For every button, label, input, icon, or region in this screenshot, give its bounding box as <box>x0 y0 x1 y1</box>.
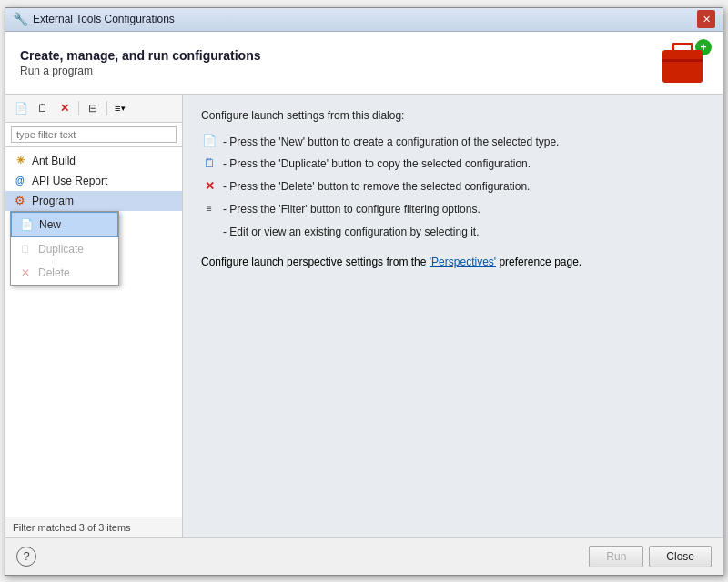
ant-build-label: Ant Build <box>32 155 76 167</box>
tree-item-program[interactable]: ⚙ Program <box>5 191 182 211</box>
config-instructions-list: 📄 - Press the 'New' button to create a c… <box>201 135 704 240</box>
tree-area: ✳ Ant Build @ API Use Report ⚙ Program 📄… <box>5 147 182 517</box>
instruction-edit: - Edit or view an existing configuration… <box>201 225 704 240</box>
filter-icon: ≡ <box>115 103 120 114</box>
perspectives-info: Configure launch perspective settings fr… <box>201 256 704 268</box>
tree-item-ant-build[interactable]: ✳ Ant Build <box>5 151 182 171</box>
header: Create, manage, and run configurations R… <box>5 32 723 95</box>
ant-build-icon: ✳ <box>13 154 27 168</box>
run-button[interactable]: Run <box>589 546 643 567</box>
main-content: 📄 🗒 ✕ ⊟ ≡ ▾ ✳ Ant Build <box>5 95 723 537</box>
filter-instruction-icon: ≡ <box>201 202 217 216</box>
duplicate-instruction-icon: 🗒 <box>201 156 217 171</box>
bottom-bar: ? Run Close <box>5 537 723 575</box>
instruction-delete: ✕ - Press the 'Delete' button to remove … <box>201 179 704 195</box>
close-window-button[interactable]: ✕ <box>697 10 715 28</box>
program-icon: ⚙ <box>13 194 27 208</box>
new-instruction-icon: 📄 <box>201 135 217 149</box>
dropdown-arrow-icon: ▾ <box>121 104 126 113</box>
tree-item-api-use-report[interactable]: @ API Use Report <box>5 171 182 191</box>
header-subtitle: Run a program <box>20 65 261 77</box>
context-menu-new-label: New <box>39 218 61 231</box>
bottom-buttons: Run Close <box>589 546 712 567</box>
new-icon: 📄 <box>19 217 34 232</box>
context-menu-delete: ✕ Delete <box>11 261 118 285</box>
help-button[interactable]: ? <box>16 547 36 567</box>
toolbar-separator-2 <box>106 101 107 115</box>
toolbar-separator-1 <box>78 101 79 115</box>
edit-instruction-icon <box>201 225 217 239</box>
filter-status: Filter matched 3 of 3 items <box>5 517 182 537</box>
context-menu: 📄 New 🗒 Duplicate ✕ Delete <box>10 211 119 286</box>
search-area <box>5 123 182 147</box>
context-menu-new[interactable]: 📄 New <box>11 212 118 237</box>
left-panel: 📄 🗒 ✕ ⊟ ≡ ▾ ✳ Ant Build <box>5 95 183 537</box>
delete-icon: ✕ <box>18 266 33 280</box>
header-icon-area: + <box>662 43 708 83</box>
api-use-report-icon: @ <box>13 174 27 188</box>
instruction-filter: ≡ - Press the 'Filter' button to configu… <box>201 202 704 217</box>
right-panel: Configure launch settings from this dial… <box>183 95 723 537</box>
filter-dropdown-button[interactable]: ≡ ▾ <box>111 100 129 116</box>
program-label: Program <box>32 195 74 207</box>
perspectives-link[interactable]: 'Perspectives' <box>430 256 496 268</box>
window-icon: 🔧 <box>13 12 27 26</box>
header-title: Create, manage, and run configurations <box>20 48 261 63</box>
instruction-delete-text: - Press the 'Delete' button to remove th… <box>223 179 530 195</box>
instruction-edit-text: - Edit or view an existing configuration… <box>223 225 479 240</box>
header-text: Create, manage, and run configurations R… <box>20 48 261 77</box>
context-menu-duplicate: 🗒 Duplicate <box>11 237 118 261</box>
duplicate-config-button[interactable]: 🗒 <box>33 98 53 118</box>
perspectives-suffix-text: preference page. <box>496 256 581 268</box>
config-toolbar: 📄 🗒 ✕ ⊟ ≡ ▾ <box>5 95 182 123</box>
collapse-all-button[interactable]: ⊟ <box>83 98 103 118</box>
context-menu-delete-label: Delete <box>38 266 70 279</box>
delete-instruction-icon: ✕ <box>201 179 217 194</box>
duplicate-icon: 🗒 <box>18 242 33 256</box>
context-menu-duplicate-label: Duplicate <box>38 243 84 256</box>
instruction-new: 📄 - Press the 'New' button to create a c… <box>201 135 704 150</box>
close-button[interactable]: Close <box>649 546 712 567</box>
instruction-filter-text: - Press the 'Filter' button to configure… <box>223 202 480 217</box>
instruction-duplicate-text: - Press the 'Duplicate' button to copy t… <box>223 156 531 172</box>
delete-config-button[interactable]: ✕ <box>55 98 75 118</box>
perspectives-intro-text: Configure launch perspective settings fr… <box>201 256 430 268</box>
main-window: 🔧 External Tools Configurations ✕ Create… <box>5 7 723 576</box>
config-intro: Configure launch settings from this dial… <box>201 109 704 122</box>
window-title: External Tools Configurations <box>33 13 697 25</box>
title-bar: 🔧 External Tools Configurations ✕ <box>5 8 723 32</box>
instruction-duplicate: 🗒 - Press the 'Duplicate' button to copy… <box>201 156 704 172</box>
new-config-button[interactable]: 📄 <box>11 98 31 118</box>
search-input[interactable] <box>11 126 177 143</box>
instruction-new-text: - Press the 'New' button to create a con… <box>223 135 559 150</box>
briefcase-icon <box>662 50 703 83</box>
api-use-report-label: API Use Report <box>32 175 107 187</box>
